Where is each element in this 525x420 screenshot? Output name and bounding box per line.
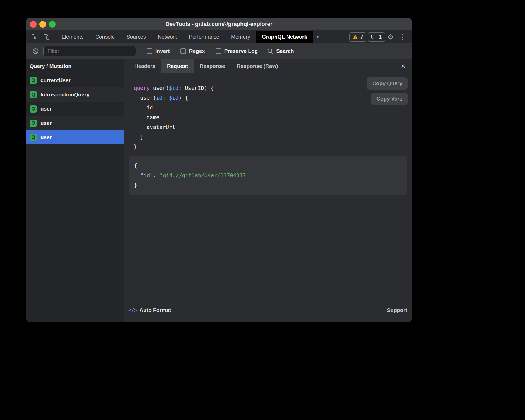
- tab-graphql-network[interactable]: GraphQL Network: [256, 31, 313, 43]
- query-item-label: user: [40, 106, 52, 112]
- query-list-item-selected[interactable]: Q user: [26, 130, 124, 144]
- inspect-icon: [30, 33, 38, 40]
- query-list-item[interactable]: Q currentUser: [26, 73, 124, 87]
- copy-query-button[interactable]: Copy Query: [367, 77, 408, 90]
- main-split: Query / Mutation Q currentUser Q Introsp…: [26, 59, 412, 322]
- gear-icon: ⚙: [388, 33, 394, 41]
- query-sidebar: Query / Mutation Q currentUser Q Introsp…: [26, 59, 124, 322]
- inspect-button[interactable]: [28, 31, 40, 43]
- tab-response[interactable]: Response: [194, 59, 231, 73]
- more-tabs-button[interactable]: »: [313, 31, 323, 43]
- request-variables-box: { "id": "gid://gitlab/User/13704317"}: [129, 156, 407, 195]
- query-badge: Q: [30, 134, 37, 141]
- checkbox-regex[interactable]: Regex: [180, 48, 205, 54]
- close-icon: ×: [401, 62, 405, 71]
- checkbox-invert[interactable]: Invert: [147, 48, 170, 54]
- sidebar-header: Query / Mutation: [26, 59, 124, 73]
- query-badge: Q: [30, 91, 37, 98]
- checkbox-preserve-log-box[interactable]: [216, 48, 221, 54]
- code-icon: </>: [128, 307, 137, 313]
- warning-icon: [352, 34, 358, 40]
- request-query-code: query user($id: UserID) { user(id: $id) …: [129, 83, 407, 152]
- support-link[interactable]: Support: [387, 307, 407, 313]
- query-item-label: user: [40, 134, 52, 140]
- checkbox-invert-label: Invert: [155, 48, 170, 54]
- tab-memory[interactable]: Memory: [225, 31, 256, 43]
- checkbox-regex-label: Regex: [189, 48, 205, 54]
- kebab-menu-icon: ⋮: [399, 33, 406, 41]
- tab-response-raw[interactable]: Response (Raw): [231, 59, 284, 73]
- auto-format-button[interactable]: Auto Format: [140, 307, 171, 313]
- close-panel-button[interactable]: ×: [398, 61, 409, 72]
- copy-vars-button[interactable]: Copy Vars: [371, 93, 408, 105]
- tab-request[interactable]: Request: [161, 59, 194, 73]
- detail-pane: Headers Request Response Response (Raw) …: [124, 59, 412, 322]
- checkbox-preserve-log[interactable]: Preserve Log: [216, 48, 258, 54]
- more-options-button[interactable]: ⋮: [397, 31, 408, 43]
- clear-button[interactable]: [31, 48, 40, 54]
- checkbox-regex-box[interactable]: [180, 48, 186, 54]
- warnings-badge[interactable]: 7: [349, 32, 366, 42]
- tab-network[interactable]: Network: [152, 31, 183, 43]
- query-item-label: IntrospectionQuery: [40, 92, 89, 98]
- devtools-tabstrip: Elements Console Sources Network Perform…: [26, 31, 412, 43]
- devtools-window: DevTools - gitlab.com/-/graphql-explorer…: [26, 18, 412, 322]
- window-title: DevTools - gitlab.com/-/graphql-explorer: [26, 21, 412, 27]
- checkbox-preserve-log-label: Preserve Log: [224, 48, 258, 54]
- chevron-overflow-icon: »: [316, 33, 320, 40]
- query-badge: Q: [30, 77, 37, 84]
- query-list-item[interactable]: Q IntrospectionQuery: [26, 87, 124, 102]
- tab-performance[interactable]: Performance: [183, 31, 225, 43]
- query-item-label: user: [40, 120, 52, 126]
- device-toolbar-button[interactable]: [40, 31, 52, 43]
- filter-toolbar: Invert Regex Preserve Log Search: [26, 43, 412, 59]
- query-list-item[interactable]: Q user: [26, 116, 124, 130]
- tab-headers[interactable]: Headers: [128, 59, 161, 73]
- query-badge: Q: [30, 120, 37, 127]
- request-detail-body: query user($id: UserID) { user(id: $id) …: [124, 73, 412, 303]
- window-titlebar[interactable]: DevTools - gitlab.com/-/graphql-explorer: [26, 18, 412, 31]
- filter-input[interactable]: [43, 46, 136, 56]
- traffic-light-minimize[interactable]: [39, 21, 46, 28]
- chat-bubble-icon: [371, 34, 377, 40]
- tab-elements[interactable]: Elements: [56, 31, 89, 43]
- search-toggle[interactable]: Search: [267, 48, 294, 54]
- search-label: Search: [276, 48, 294, 54]
- settings-button[interactable]: ⚙: [385, 31, 397, 43]
- issues-badge[interactable]: 1: [368, 32, 385, 42]
- tab-sources[interactable]: Sources: [121, 31, 152, 43]
- query-list-item[interactable]: Q user: [26, 102, 124, 116]
- query-badge: Q: [30, 105, 37, 113]
- block-icon: [32, 48, 39, 54]
- tabstrip-divider: [54, 34, 54, 40]
- search-icon: [267, 48, 274, 54]
- traffic-lights: [26, 21, 56, 28]
- device-toolbar-icon: [43, 34, 50, 40]
- copy-buttons: Copy Query Copy Vars: [367, 77, 408, 105]
- tab-console[interactable]: Console: [89, 31, 121, 43]
- detail-footer: </> Auto Format Support: [124, 303, 412, 322]
- traffic-light-zoom[interactable]: [49, 21, 56, 28]
- query-item-label: currentUser: [40, 77, 71, 83]
- issues-count: 1: [379, 34, 382, 40]
- checkbox-invert-box[interactable]: [147, 48, 152, 54]
- detail-tabbar: Headers Request Response Response (Raw) …: [124, 59, 412, 73]
- warnings-count: 7: [361, 34, 363, 40]
- status-badges: 7 1: [349, 32, 385, 42]
- traffic-light-close[interactable]: [30, 21, 37, 28]
